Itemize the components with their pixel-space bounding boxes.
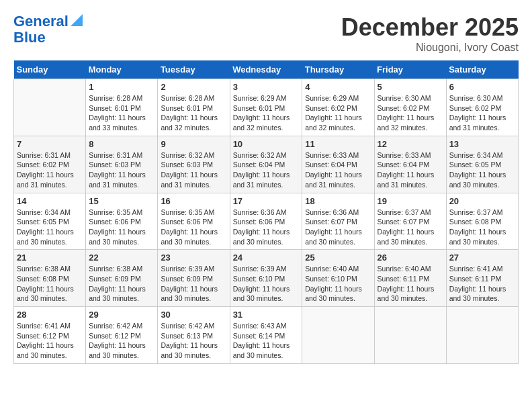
- calendar-cell: 19Sunrise: 6:37 AMSunset: 6:07 PMDayligh…: [374, 193, 446, 250]
- calendar-cell: 29Sunrise: 6:42 AMSunset: 6:12 PMDayligh…: [86, 307, 158, 364]
- day-number: 14: [17, 196, 83, 206]
- calendar-cell: 7Sunrise: 6:31 AMSunset: 6:02 PMDaylight…: [14, 136, 86, 193]
- day-number: 31: [233, 310, 300, 320]
- day-info: Sunrise: 6:32 AMSunset: 6:04 PMDaylight:…: [233, 150, 300, 190]
- calendar-cell: [446, 307, 518, 364]
- month-title: December 2025: [341, 13, 519, 42]
- day-info: Sunrise: 6:38 AMSunset: 6:09 PMDaylight:…: [89, 264, 154, 304]
- day-info: Sunrise: 6:39 AMSunset: 6:09 PMDaylight:…: [161, 264, 226, 304]
- calendar-table: SundayMondayTuesdayWednesdayThursdayFrid…: [13, 60, 519, 364]
- calendar-cell: 17Sunrise: 6:36 AMSunset: 6:06 PMDayligh…: [230, 193, 302, 250]
- calendar-header-friday: Friday: [374, 60, 446, 79]
- calendar-cell: 22Sunrise: 6:38 AMSunset: 6:09 PMDayligh…: [86, 250, 158, 307]
- day-info: Sunrise: 6:39 AMSunset: 6:10 PMDaylight:…: [233, 264, 300, 304]
- day-info: Sunrise: 6:36 AMSunset: 6:06 PMDaylight:…: [233, 208, 300, 247]
- calendar-cell: 14Sunrise: 6:34 AMSunset: 6:05 PMDayligh…: [14, 193, 86, 250]
- day-info: Sunrise: 6:30 AMSunset: 6:02 PMDaylight:…: [449, 93, 515, 133]
- day-info: Sunrise: 6:40 AMSunset: 6:11 PMDaylight:…: [378, 264, 443, 304]
- day-number: 1: [89, 82, 154, 92]
- day-number: 6: [449, 82, 515, 92]
- calendar-cell: 20Sunrise: 6:37 AMSunset: 6:08 PMDayligh…: [446, 193, 518, 250]
- day-info: Sunrise: 6:40 AMSunset: 6:10 PMDaylight:…: [305, 264, 371, 304]
- calendar-cell: 12Sunrise: 6:33 AMSunset: 6:04 PMDayligh…: [374, 136, 446, 193]
- day-number: 2: [161, 82, 226, 92]
- calendar-cell: 1Sunrise: 6:28 AMSunset: 6:01 PMDaylight…: [86, 79, 158, 136]
- calendar-cell: 26Sunrise: 6:40 AMSunset: 6:11 PMDayligh…: [374, 250, 446, 307]
- calendar-week-row: 1Sunrise: 6:28 AMSunset: 6:01 PMDaylight…: [14, 79, 519, 136]
- day-number: 19: [378, 196, 443, 206]
- day-info: Sunrise: 6:30 AMSunset: 6:02 PMDaylight:…: [378, 93, 443, 133]
- day-number: 26: [378, 253, 443, 263]
- day-info: Sunrise: 6:33 AMSunset: 6:04 PMDaylight:…: [378, 150, 443, 190]
- day-info: Sunrise: 6:37 AMSunset: 6:07 PMDaylight:…: [378, 208, 443, 247]
- day-number: 28: [17, 310, 83, 320]
- calendar-cell: 21Sunrise: 6:38 AMSunset: 6:08 PMDayligh…: [14, 250, 86, 307]
- calendar-cell: 24Sunrise: 6:39 AMSunset: 6:10 PMDayligh…: [230, 250, 302, 307]
- calendar-cell: 18Sunrise: 6:36 AMSunset: 6:07 PMDayligh…: [302, 193, 374, 250]
- day-number: 17: [233, 196, 300, 206]
- calendar-header-sunday: Sunday: [14, 60, 86, 79]
- day-info: Sunrise: 6:29 AMSunset: 6:01 PMDaylight:…: [233, 93, 300, 133]
- calendar-cell: 4Sunrise: 6:29 AMSunset: 6:02 PMDaylight…: [302, 79, 374, 136]
- calendar-cell: 6Sunrise: 6:30 AMSunset: 6:02 PMDaylight…: [446, 79, 518, 136]
- calendar-cell: 16Sunrise: 6:35 AMSunset: 6:06 PMDayligh…: [158, 193, 230, 250]
- calendar-cell: 10Sunrise: 6:32 AMSunset: 6:04 PMDayligh…: [230, 136, 302, 193]
- day-info: Sunrise: 6:38 AMSunset: 6:08 PMDaylight:…: [17, 264, 83, 304]
- day-info: Sunrise: 6:35 AMSunset: 6:06 PMDaylight:…: [89, 208, 154, 247]
- calendar-cell: [374, 307, 446, 364]
- day-number: 10: [233, 139, 300, 149]
- day-number: 3: [233, 82, 300, 92]
- day-number: 16: [161, 196, 226, 206]
- day-info: Sunrise: 6:29 AMSunset: 6:02 PMDaylight:…: [305, 93, 371, 133]
- calendar-cell: 15Sunrise: 6:35 AMSunset: 6:06 PMDayligh…: [86, 193, 158, 250]
- day-number: 11: [305, 139, 371, 149]
- day-number: 5: [378, 82, 443, 92]
- day-info: Sunrise: 6:41 AMSunset: 6:11 PMDaylight:…: [449, 264, 515, 304]
- calendar-week-row: 14Sunrise: 6:34 AMSunset: 6:05 PMDayligh…: [14, 193, 519, 250]
- day-number: 27: [449, 253, 515, 263]
- calendar-week-row: 28Sunrise: 6:41 AMSunset: 6:12 PMDayligh…: [14, 307, 519, 364]
- calendar-cell: 28Sunrise: 6:41 AMSunset: 6:12 PMDayligh…: [14, 307, 86, 364]
- day-number: 29: [89, 310, 154, 320]
- day-number: 20: [449, 196, 515, 206]
- day-number: 21: [17, 253, 83, 263]
- calendar-cell: 30Sunrise: 6:42 AMSunset: 6:13 PMDayligh…: [158, 307, 230, 364]
- calendar-cell: 27Sunrise: 6:41 AMSunset: 6:11 PMDayligh…: [446, 250, 518, 307]
- day-number: 12: [378, 139, 443, 149]
- calendar-cell: 3Sunrise: 6:29 AMSunset: 6:01 PMDaylight…: [230, 79, 302, 136]
- day-number: 18: [305, 196, 371, 206]
- day-info: Sunrise: 6:43 AMSunset: 6:14 PMDaylight:…: [233, 321, 300, 361]
- day-number: 24: [233, 253, 300, 263]
- day-number: 9: [161, 139, 226, 149]
- calendar-header-tuesday: Tuesday: [158, 60, 230, 79]
- calendar-cell: 23Sunrise: 6:39 AMSunset: 6:09 PMDayligh…: [158, 250, 230, 307]
- day-info: Sunrise: 6:42 AMSunset: 6:13 PMDaylight:…: [161, 321, 226, 361]
- day-number: 22: [89, 253, 154, 263]
- day-info: Sunrise: 6:32 AMSunset: 6:03 PMDaylight:…: [161, 150, 226, 190]
- day-info: Sunrise: 6:42 AMSunset: 6:12 PMDaylight:…: [89, 321, 154, 361]
- calendar-header-saturday: Saturday: [446, 60, 518, 79]
- calendar-header-monday: Monday: [86, 60, 158, 79]
- day-number: 30: [161, 310, 226, 320]
- title-area: December 2025 Niougoni, Ivory Coast: [341, 13, 519, 54]
- page-header: General Blue December 2025 Niougoni, Ivo…: [13, 13, 519, 54]
- calendar-cell: 8Sunrise: 6:31 AMSunset: 6:03 PMDaylight…: [86, 136, 158, 193]
- calendar-cell: 2Sunrise: 6:28 AMSunset: 6:01 PMDaylight…: [158, 79, 230, 136]
- day-info: Sunrise: 6:28 AMSunset: 6:01 PMDaylight:…: [161, 93, 226, 133]
- day-info: Sunrise: 6:41 AMSunset: 6:12 PMDaylight:…: [17, 321, 83, 361]
- calendar-week-row: 7Sunrise: 6:31 AMSunset: 6:02 PMDaylight…: [14, 136, 519, 193]
- calendar-cell: 13Sunrise: 6:34 AMSunset: 6:05 PMDayligh…: [446, 136, 518, 193]
- day-number: 8: [89, 139, 154, 149]
- day-number: 25: [305, 253, 371, 263]
- day-info: Sunrise: 6:34 AMSunset: 6:05 PMDaylight:…: [17, 208, 83, 247]
- calendar-cell: [302, 307, 374, 364]
- calendar-header-row: SundayMondayTuesdayWednesdayThursdayFrid…: [14, 60, 519, 79]
- calendar-cell: 9Sunrise: 6:32 AMSunset: 6:03 PMDaylight…: [158, 136, 230, 193]
- day-info: Sunrise: 6:33 AMSunset: 6:04 PMDaylight:…: [305, 150, 371, 190]
- calendar-cell: 31Sunrise: 6:43 AMSunset: 6:14 PMDayligh…: [230, 307, 302, 364]
- svg-marker-0: [71, 14, 83, 26]
- calendar-header-thursday: Thursday: [302, 60, 374, 79]
- day-number: 4: [305, 82, 371, 92]
- calendar-cell: [14, 79, 86, 136]
- calendar-cell: 11Sunrise: 6:33 AMSunset: 6:04 PMDayligh…: [302, 136, 374, 193]
